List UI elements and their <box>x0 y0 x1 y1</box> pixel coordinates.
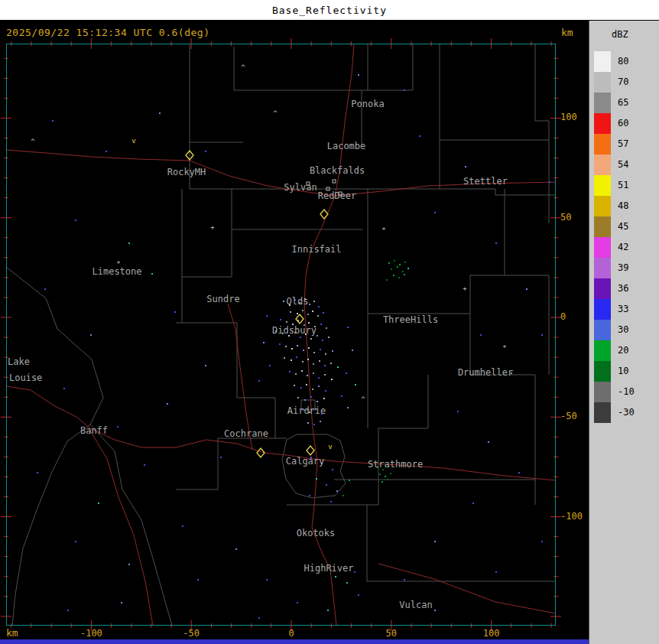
legend-color-65 <box>594 93 611 113</box>
radar-echo <box>394 260 395 262</box>
radar-echo <box>391 268 392 270</box>
radar-echo <box>472 503 474 504</box>
radar-echo <box>317 315 319 317</box>
city-label-threehills: ThreeHills <box>383 314 438 325</box>
radar-echo <box>325 390 326 392</box>
radar-echo <box>347 327 349 328</box>
legend-value-51: 51 <box>618 180 628 190</box>
legend-color-57 <box>594 134 611 154</box>
legend-color-42 <box>594 237 611 258</box>
poi-marker: ^ <box>273 109 278 117</box>
radar-echo <box>75 541 76 542</box>
radar-echo <box>488 441 489 443</box>
radar-echo <box>388 262 390 264</box>
legend-color-60 <box>594 113 611 134</box>
radar-echo <box>307 314 309 315</box>
legend-color-33 <box>594 299 611 320</box>
radar-echo <box>323 312 324 314</box>
city-label-sylvan: Sylvan <box>284 182 317 193</box>
legend-value-10: 10 <box>618 366 628 376</box>
poi-marker: v <box>328 443 332 450</box>
radar-echo <box>346 582 348 584</box>
radar-echo <box>341 395 342 397</box>
radar-echo <box>390 473 391 474</box>
city-label-calgary: Calgary <box>286 456 325 467</box>
county-boundary <box>535 121 549 140</box>
radar-echo <box>387 479 388 480</box>
radar-echo <box>336 490 338 492</box>
radar-echo <box>279 343 281 345</box>
radar-echo <box>174 311 176 313</box>
radar-echo <box>312 311 313 312</box>
radar-echo <box>337 366 339 368</box>
legend-color--10 <box>594 382 611 402</box>
radar-echo <box>312 389 313 390</box>
city-label-stettler: Stettler <box>463 176 508 187</box>
radar-echo <box>67 610 69 611</box>
city-label-ponoka: Ponoka <box>351 99 384 109</box>
y-axis-tick-label: 50 <box>560 212 571 223</box>
radar-echo <box>297 602 298 603</box>
radar-echo <box>342 495 344 496</box>
poi-marker: + <box>210 223 215 231</box>
radar-echo <box>235 548 237 550</box>
radar-echo <box>306 384 307 385</box>
radar-echo <box>300 337 301 338</box>
legend-value-45: 45 <box>618 221 628 232</box>
legend-color-54 <box>594 154 611 175</box>
city-label-lake: Lake <box>8 356 30 367</box>
radar-echo <box>354 571 355 573</box>
window-titlebar: Base_Reflectivity <box>0 0 659 21</box>
radar-echo <box>352 350 353 351</box>
city-label-sundre: Sundre <box>206 294 239 304</box>
radar-echo <box>63 388 65 389</box>
radar-echo <box>37 472 38 473</box>
radar-echo <box>307 359 309 360</box>
radar-echo <box>167 403 168 405</box>
radar-echo <box>434 610 436 611</box>
radar-echo <box>302 310 304 311</box>
radar-echo <box>309 304 310 305</box>
legend-color-51 <box>594 175 611 196</box>
radar-echo <box>258 380 260 382</box>
radar-echo <box>309 495 310 496</box>
radar-echo <box>307 375 308 376</box>
radar-echo <box>297 345 298 346</box>
poi-marker: ^ <box>31 138 35 145</box>
radar-echo <box>434 212 436 213</box>
legend-color-39 <box>594 258 611 278</box>
legend-value-54: 54 <box>618 159 628 170</box>
radar-plot[interactable]: ^v^^+*+^*v*PonokaLacombeBlackfaldsSylvan… <box>6 44 556 626</box>
city-label-highriver: HighRiver <box>304 563 353 574</box>
city-label-vulcan: Vulcan <box>399 600 432 610</box>
radar-echo <box>294 385 295 386</box>
radar-echo <box>310 338 312 340</box>
radar-echo <box>308 347 310 349</box>
legend-panel: dBZ 80706560575451484542393633302010-10-… <box>589 21 659 644</box>
radar-echo <box>355 384 356 385</box>
y-axis-unit-label: km <box>561 27 573 38</box>
radar-echo <box>325 353 326 355</box>
radar-echo <box>320 421 321 422</box>
legend-color-30 <box>594 320 611 340</box>
radar-echo <box>128 564 130 565</box>
scan-timestamp: 2025/09/22 15:12:34 UTC 0.6(deg) <box>6 27 209 38</box>
radar-echo <box>301 370 303 372</box>
radar-echo <box>291 348 293 350</box>
y-axis-tick-label: 0 <box>560 311 566 322</box>
radar-echo <box>313 352 315 353</box>
radar-echo <box>480 334 482 336</box>
radar-echo <box>90 334 92 336</box>
radar-echo <box>317 335 318 337</box>
radar-echo <box>386 279 388 281</box>
radar-echo <box>316 478 317 480</box>
city-label-drumheller: Drumheller <box>458 367 513 378</box>
radar-echo <box>313 301 315 302</box>
radar-echo <box>284 357 285 359</box>
legend-value-70: 70 <box>618 76 628 87</box>
legend-value-30: 30 <box>618 324 628 335</box>
radar-echo <box>280 319 281 320</box>
radar-echo <box>220 457 222 458</box>
x-axis-unit-label: km <box>6 627 18 639</box>
radar-echo <box>358 74 359 76</box>
